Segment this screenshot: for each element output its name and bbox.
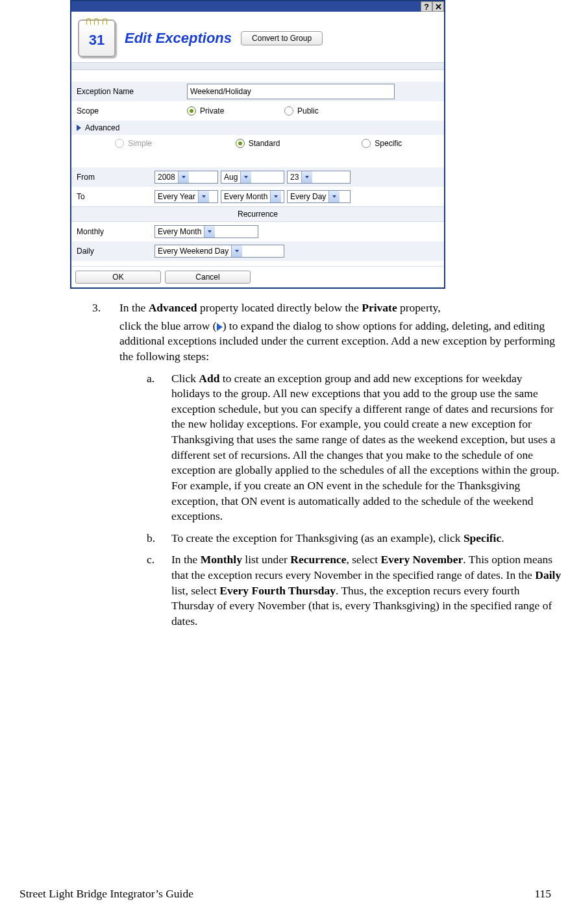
monthly-label: Monthly <box>77 227 155 236</box>
titlebar: ? ✕ <box>71 1 444 12</box>
to-day-select[interactable]: Every Day <box>287 190 351 203</box>
instruction-text: 3. In the Advanced property located dire… <box>92 300 562 636</box>
from-label: From <box>77 173 155 182</box>
substep-a-label: a. <box>147 371 171 524</box>
exception-name-label: Exception Name <box>77 87 187 96</box>
daily-label: Daily <box>77 247 155 256</box>
to-month-select[interactable]: Every Month <box>221 190 284 203</box>
cancel-button[interactable]: Cancel <box>165 271 251 284</box>
from-day-select[interactable]: 23 <box>287 171 351 184</box>
step-number: 3. <box>92 300 119 636</box>
close-icon[interactable]: ✕ <box>432 1 444 12</box>
dialog-title: Edit Exceptions <box>125 30 232 47</box>
expand-arrow-icon <box>77 125 81 131</box>
type-specific-radio[interactable]: Specific <box>320 139 444 148</box>
calendar-icon: 31 <box>78 19 116 57</box>
edit-exceptions-dialog-screenshot: ? ✕ 31 Edit Exceptions Convert to Group … <box>70 0 445 289</box>
recurrence-header: Recurrence <box>71 206 444 222</box>
help-icon[interactable]: ? <box>421 1 432 12</box>
scope-public-radio[interactable]: Public <box>284 106 319 116</box>
to-label: To <box>77 192 155 201</box>
footer-title: Street Light Bridge Integrator’s Guide <box>19 887 193 901</box>
page-number: 115 <box>534 887 551 901</box>
type-simple-radio: Simple <box>71 139 195 148</box>
scope-private-radio[interactable]: Private <box>187 106 284 116</box>
substep-c-label: c. <box>147 552 171 629</box>
from-year-select[interactable]: 2008 <box>155 171 218 184</box>
ok-button[interactable]: OK <box>75 271 161 284</box>
substep-b-label: b. <box>147 531 171 546</box>
monthly-select[interactable]: Every Month <box>155 225 258 238</box>
exception-name-input[interactable] <box>187 84 395 99</box>
arrow-right-icon <box>217 323 223 331</box>
from-month-select[interactable]: Aug <box>221 171 284 184</box>
to-year-select[interactable]: Every Year <box>155 190 218 203</box>
daily-select[interactable]: Every Weekend Day <box>155 245 284 258</box>
convert-to-group-button[interactable]: Convert to Group <box>241 31 323 45</box>
page-footer: Street Light Bridge Integrator’s Guide 1… <box>19 887 551 901</box>
scope-label: Scope <box>77 106 187 116</box>
advanced-expander[interactable]: Advanced <box>71 121 444 135</box>
type-standard-radio[interactable]: Standard <box>195 139 319 148</box>
